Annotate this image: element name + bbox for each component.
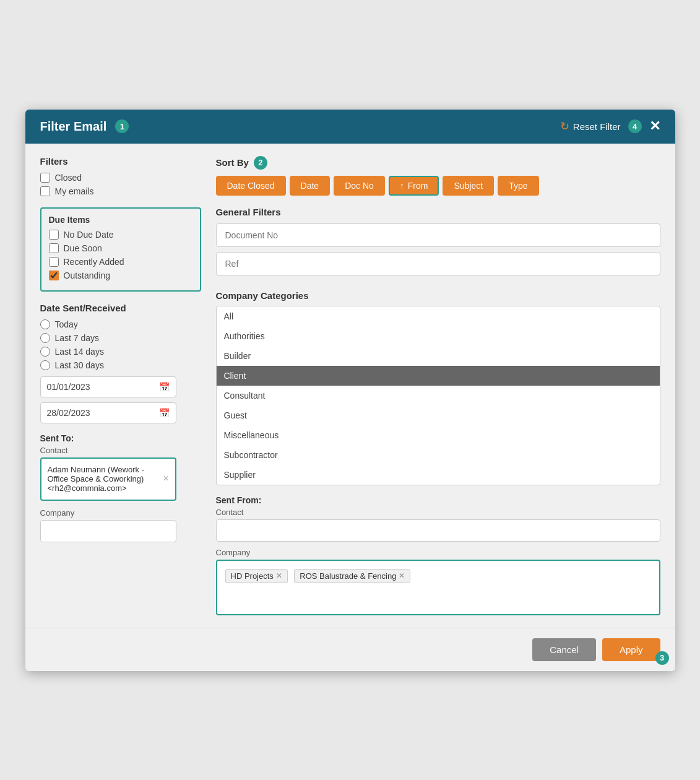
no-due-date-label[interactable]: No Due Date	[64, 230, 114, 240]
close-button[interactable]: ✕	[649, 119, 660, 133]
sort-from-button[interactable]: ↑ From	[389, 176, 439, 196]
sort-doc-no-button[interactable]: Doc No	[334, 176, 385, 196]
closed-checkbox[interactable]	[40, 173, 50, 183]
category-guest[interactable]: Guest	[217, 405, 660, 425]
closed-filter-item: Closed	[40, 173, 201, 183]
date-to-value: 28/02/2023	[47, 408, 90, 418]
sort-arrow-icon: ↑	[400, 181, 404, 191]
sent-to-company-label: Company	[40, 508, 201, 518]
due-items-section: Due Items No Due Date Due Soon Recently …	[40, 207, 201, 292]
recently-added-checkbox[interactable]	[49, 257, 59, 267]
outstanding-checkbox[interactable]	[49, 271, 59, 280]
no-due-date-checkbox[interactable]	[49, 230, 59, 240]
my-emails-filter-item: My emails	[40, 186, 201, 196]
no-due-date-item: No Due Date	[49, 230, 192, 240]
modal-footer: Cancel Apply 3	[25, 628, 675, 671]
reset-filter-button[interactable]: ↻ Reset Filter	[560, 119, 621, 133]
categories-section: Company Categories All Authorities Build…	[216, 290, 660, 485]
category-subcontractor[interactable]: Subcontractor	[217, 445, 660, 465]
sort-type-button[interactable]: Type	[498, 176, 538, 196]
header-actions: ↻ Reset Filter 4 ✕	[560, 119, 660, 133]
recently-added-item: Recently Added	[49, 257, 192, 267]
sort-buttons-group: Date Closed Date Doc No ↑ From Subject T…	[216, 176, 660, 196]
modal-header: Filter Email 1 ↻ Reset Filter 4 ✕	[25, 110, 675, 144]
last30-radio-item: Last 30 days	[40, 360, 201, 370]
modal-title: Filter Email	[40, 119, 107, 134]
sort-by-label: Sort By	[216, 157, 249, 168]
ref-input[interactable]	[216, 252, 660, 275]
company-tag-ros-label: ROS Balustrade & Fencing	[300, 571, 396, 581]
company-tag-hd-label: HD Projects	[231, 571, 274, 581]
last30-label[interactable]: Last 30 days	[55, 360, 104, 370]
sort-subject-button[interactable]: Subject	[443, 176, 494, 196]
from-company-label: Company	[216, 548, 660, 557]
company-tag-ros: ROS Balustrade & Fencing ✕	[294, 569, 410, 583]
category-builder[interactable]: Builder	[217, 346, 660, 366]
date-sent-title: Date Sent/Received	[40, 303, 201, 313]
last7-label[interactable]: Last 7 days	[55, 333, 100, 343]
category-authorities[interactable]: Authorities	[217, 326, 660, 346]
categories-label: Company Categories	[216, 290, 660, 301]
category-supplier[interactable]: Supplier	[217, 465, 660, 485]
apply-button[interactable]: Apply	[602, 638, 660, 661]
categories-list: All Authorities Builder Client Consultan…	[216, 306, 660, 485]
calendar-icon-from: 📅	[159, 382, 170, 392]
filter-email-modal: Filter Email 1 ↻ Reset Filter 4 ✕ Filter…	[25, 110, 675, 671]
cancel-button[interactable]: Cancel	[532, 638, 596, 661]
recently-added-label[interactable]: Recently Added	[64, 257, 124, 267]
last14-radio-item: Last 14 days	[40, 347, 201, 357]
today-label[interactable]: Today	[55, 319, 78, 329]
last14-radio[interactable]	[40, 347, 50, 357]
from-contact-label: Contact	[216, 508, 660, 517]
sent-to-contact-box[interactable]: Adam Neumann (Wework - Office Space & Co…	[40, 457, 176, 501]
right-column: Sort By 2 Date Closed Date Doc No ↑ From…	[216, 156, 660, 615]
left-column: Filters Closed My emails Due Items No Du…	[40, 156, 201, 615]
last30-radio[interactable]	[40, 360, 50, 370]
from-contact-input[interactable]	[216, 519, 660, 542]
due-soon-item: Due Soon	[49, 243, 192, 253]
date-from-input[interactable]: 01/01/2023 📅	[40, 376, 176, 397]
sent-to-contact-label: Contact	[40, 446, 201, 455]
from-company-box[interactable]: HD Projects ✕ ROS Balustrade & Fencing ✕	[216, 560, 660, 615]
contact-value: Adam Neumann (Wework - Office Space & Co…	[48, 465, 160, 493]
badge-1: 1	[115, 119, 129, 133]
document-no-input[interactable]	[216, 223, 660, 247]
remove-hd-projects-icon[interactable]: ✕	[276, 571, 282, 580]
category-client[interactable]: Client	[217, 366, 660, 386]
due-soon-checkbox[interactable]	[49, 243, 59, 253]
last14-label[interactable]: Last 14 days	[55, 347, 104, 357]
category-consultant[interactable]: Consultant	[217, 386, 660, 405]
outstanding-label[interactable]: Outstanding	[64, 271, 111, 280]
sort-by-badge: 2	[254, 156, 267, 170]
general-filters-label: General Filters	[216, 207, 660, 217]
category-all[interactable]: All	[217, 306, 660, 326]
my-emails-label[interactable]: My emails	[55, 186, 94, 196]
sort-date-closed-button[interactable]: Date Closed	[216, 176, 286, 196]
closed-label[interactable]: Closed	[55, 173, 82, 183]
filters-title: Filters	[40, 156, 201, 167]
today-radio[interactable]	[40, 319, 50, 329]
calendar-icon-to: 📅	[159, 408, 170, 418]
due-items-title: Due Items	[49, 215, 192, 225]
last7-radio[interactable]	[40, 333, 50, 343]
sort-date-button[interactable]: Date	[290, 176, 331, 196]
sent-to-contact-tag: Adam Neumann (Wework - Office Space & Co…	[48, 465, 169, 493]
remove-contact-icon[interactable]: ✕	[163, 474, 169, 483]
filters-section: Filters Closed My emails	[40, 156, 201, 196]
remove-ros-icon[interactable]: ✕	[399, 571, 405, 580]
category-miscellaneous[interactable]: Miscellaneous	[217, 425, 660, 445]
outstanding-item: Outstanding	[49, 271, 192, 280]
modal-body: Filters Closed My emails Due Items No Du…	[25, 144, 675, 628]
date-from-value: 01/01/2023	[47, 382, 90, 392]
date-to-input[interactable]: 28/02/2023 📅	[40, 402, 176, 423]
sent-to-company-input[interactable]	[40, 520, 176, 542]
badge-4: 4	[628, 119, 642, 133]
company-tag-hd-projects: HD Projects ✕	[225, 569, 288, 583]
general-filters-section: General Filters	[216, 207, 660, 280]
sent-from-label: Sent From:	[216, 495, 660, 505]
my-emails-checkbox[interactable]	[40, 186, 50, 196]
due-soon-label[interactable]: Due Soon	[64, 243, 102, 253]
sent-to-section: Sent To: Contact Adam Neumann (Wework - …	[40, 433, 201, 542]
sort-by-header: Sort By 2	[216, 156, 660, 170]
today-radio-item: Today	[40, 319, 201, 329]
